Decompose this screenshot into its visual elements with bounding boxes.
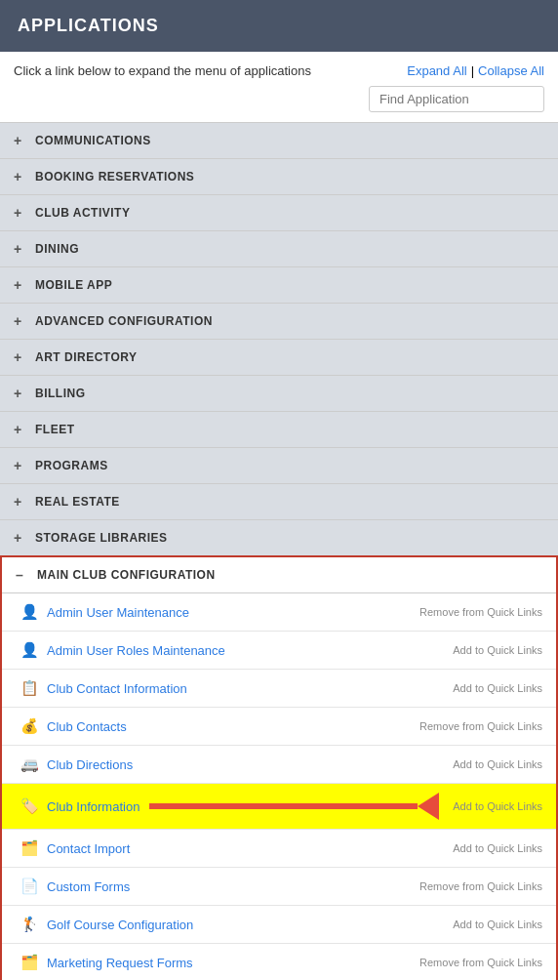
accordion-fleet: + FLEET: [0, 411, 558, 447]
accordion-label-real-estate: REAL ESTATE: [35, 495, 120, 509]
contact-import-action[interactable]: Add to Quick Links: [453, 842, 542, 854]
accordion-label-dining: DINING: [35, 242, 79, 256]
golf-course-config-link[interactable]: Golf Course Configuration: [47, 918, 193, 932]
accordion-label-communications: COMMUNICATIONS: [35, 134, 151, 147]
accordion-mobile-app: + MOBILE APP: [0, 266, 558, 303]
menu-item-marketing-request: 🗂️ Marketing Request Forms Remove from Q…: [2, 944, 556, 980]
accordion-label-fleet: FLEET: [35, 423, 75, 436]
accordion-header-main-club-config[interactable]: – MAIN CLUB CONFIGURATION: [2, 557, 556, 593]
golf-course-config-action[interactable]: Add to Quick Links: [453, 919, 542, 930]
club-information-arrow: [149, 793, 443, 820]
toggle-icon-programs: +: [14, 458, 27, 473]
accordion-label-storage-libraries: STORAGE LIBRARIES: [35, 531, 168, 545]
menu-item-club-information: 🏷️ Club Information Add to Quick Links: [2, 784, 556, 830]
golf-course-config-icon: 🏌️: [20, 915, 39, 934]
page-title: APPLICATIONS: [18, 16, 159, 35]
club-information-link[interactable]: Club Information: [47, 799, 140, 814]
club-directions-action[interactable]: Add to Quick Links: [453, 758, 542, 770]
menu-item-club-contacts: 💰 Club Contacts Remove from Quick Links: [2, 708, 556, 746]
accordion-label-advanced-config: ADVANCED CONFIGURATION: [35, 314, 213, 328]
contact-import-icon: 🗂️: [20, 838, 39, 858]
menu-item-admin-user-maintenance: 👤 Admin User Maintenance Remove from Qui…: [2, 593, 556, 632]
toggle-icon-advanced-config: +: [14, 313, 27, 329]
club-information-action[interactable]: Add to Quick Links: [453, 800, 542, 812]
club-directions-link[interactable]: Club Directions: [47, 757, 133, 772]
accordion-label-club-activity: CLUB ACTIVITY: [35, 206, 130, 220]
club-contacts-icon: 💰: [20, 716, 39, 736]
accordion-header-fleet[interactable]: + FLEET: [0, 412, 558, 447]
toggle-icon-dining: +: [14, 241, 27, 257]
accordion-label-art-directory: ART DIRECTORY: [35, 350, 138, 364]
accordion-header-mobile-app[interactable]: + MOBILE APP: [0, 267, 558, 303]
toggle-icon-billing: +: [14, 386, 27, 401]
menu-item-admin-user-roles: 👤 Admin User Roles Maintenance Add to Qu…: [2, 632, 556, 670]
admin-user-maintenance-link[interactable]: Admin User Maintenance: [47, 605, 189, 620]
accordion-header-art-directory[interactable]: + ART DIRECTORY: [0, 340, 558, 375]
accordion-billing: + BILLING: [0, 375, 558, 411]
find-application-input[interactable]: [369, 86, 544, 112]
admin-user-maintenance-action[interactable]: Remove from Quick Links: [419, 606, 542, 618]
arrow-head: [418, 793, 439, 820]
accordion-list: + COMMUNICATIONS + BOOKING RESERVATIONS …: [0, 122, 558, 980]
page-header: APPLICATIONS: [0, 0, 558, 52]
accordion-storage-libraries: + STORAGE LIBRARIES: [0, 519, 558, 555]
accordion-real-estate: + REAL ESTATE: [0, 483, 558, 519]
toggle-icon-storage-libraries: +: [14, 530, 27, 546]
separator: |: [471, 63, 474, 78]
club-contacts-action[interactable]: Remove from Quick Links: [419, 720, 542, 732]
arrow-line: [149, 803, 418, 809]
accordion-header-real-estate[interactable]: + REAL ESTATE: [0, 484, 558, 519]
accordion-dining: + DINING: [0, 230, 558, 266]
toggle-icon-booking: +: [14, 169, 27, 184]
admin-user-roles-icon: 👤: [20, 640, 39, 660]
expand-all-link[interactable]: Expand All: [407, 63, 466, 78]
toggle-icon-communications: +: [14, 133, 27, 148]
marketing-request-link[interactable]: Marketing Request Forms: [47, 956, 193, 970]
accordion-booking-reservations: + BOOKING RESERVATIONS: [0, 158, 558, 194]
collapse-all-link[interactable]: Collapse All: [478, 63, 544, 78]
toolbar-description: Click a link below to expand the menu of…: [14, 63, 311, 78]
club-contact-info-icon: 📋: [20, 678, 39, 698]
menu-item-custom-forms: 📄 Custom Forms Remove from Quick Links: [2, 868, 556, 906]
admin-user-maintenance-icon: 👤: [20, 602, 39, 622]
accordion-label-mobile-app: MOBILE APP: [35, 278, 112, 292]
accordion-label-programs: PROGRAMS: [35, 459, 108, 472]
accordion-header-advanced-config[interactable]: + ADVANCED CONFIGURATION: [0, 304, 558, 339]
accordion-header-programs[interactable]: + PROGRAMS: [0, 448, 558, 483]
club-contacts-link[interactable]: Club Contacts: [47, 719, 127, 734]
accordion-header-dining[interactable]: + DINING: [0, 231, 558, 266]
club-contact-info-link[interactable]: Club Contact Information: [47, 681, 187, 696]
accordion-header-billing[interactable]: + BILLING: [0, 376, 558, 411]
accordion-label-billing: BILLING: [35, 387, 86, 400]
toggle-icon-real-estate: +: [14, 494, 27, 510]
accordion-header-storage-libraries[interactable]: + STORAGE LIBRARIES: [0, 520, 558, 555]
menu-item-contact-import: 🗂️ Contact Import Add to Quick Links: [2, 830, 556, 868]
toggle-icon-main-club-config: –: [16, 567, 29, 583]
menu-item-golf-course-config: 🏌️ Golf Course Configuration Add to Quic…: [2, 906, 556, 944]
accordion-header-booking-reservations[interactable]: + BOOKING RESERVATIONS: [0, 159, 558, 194]
marketing-request-action[interactable]: Remove from Quick Links: [419, 957, 542, 968]
accordion-programs: + PROGRAMS: [0, 447, 558, 483]
toggle-icon-fleet: +: [14, 422, 27, 437]
search-row: [0, 86, 558, 122]
admin-user-roles-link[interactable]: Admin User Roles Maintenance: [47, 643, 225, 658]
accordion-club-activity: + CLUB ACTIVITY: [0, 194, 558, 230]
menu-item-club-contact-info: 📋 Club Contact Information Add to Quick …: [2, 670, 556, 708]
accordion-label-main-club-config: MAIN CLUB CONFIGURATION: [37, 568, 216, 582]
accordion-label-booking: BOOKING RESERVATIONS: [35, 170, 194, 184]
admin-user-roles-action[interactable]: Add to Quick Links: [453, 644, 542, 656]
accordion-art-directory: + ART DIRECTORY: [0, 339, 558, 375]
custom-forms-action[interactable]: Remove from Quick Links: [419, 880, 542, 892]
expand-collapse-links: Expand All | Collapse All: [407, 63, 544, 78]
marketing-request-icon: 🗂️: [20, 953, 39, 972]
club-contact-info-action[interactable]: Add to Quick Links: [453, 682, 542, 694]
contact-import-link[interactable]: Contact Import: [47, 841, 130, 856]
toolbar: Click a link below to expand the menu of…: [0, 52, 558, 86]
toggle-icon-club-activity: +: [14, 205, 27, 221]
accordion-header-communications[interactable]: + COMMUNICATIONS: [0, 123, 558, 158]
club-directions-icon: 🚐: [20, 755, 39, 774]
custom-forms-icon: 📄: [20, 877, 39, 896]
club-information-icon: 🏷️: [20, 796, 39, 816]
custom-forms-link[interactable]: Custom Forms: [47, 879, 130, 894]
accordion-header-club-activity[interactable]: + CLUB ACTIVITY: [0, 195, 558, 230]
